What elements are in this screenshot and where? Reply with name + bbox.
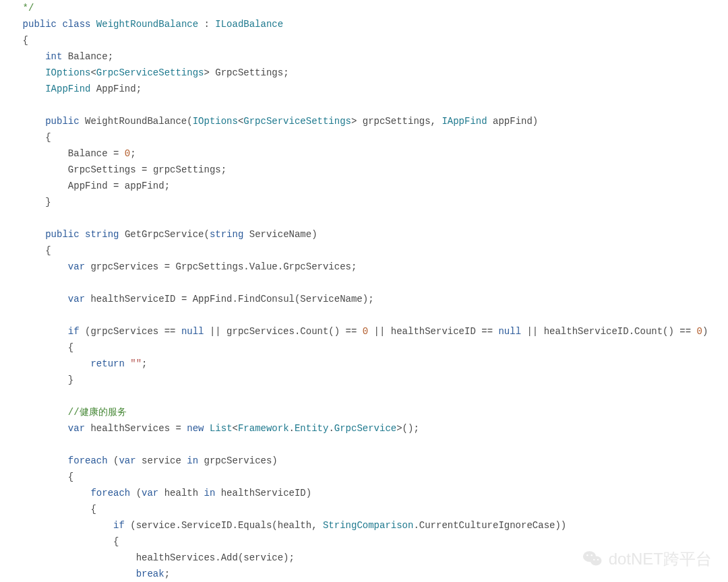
- code-line: int Balance;: [0, 48, 728, 65]
- code-line: [0, 275, 728, 291]
- code-line: [0, 210, 728, 226]
- code-line: public string GetGrpcService(string Serv…: [0, 226, 728, 243]
- code-line: if (grpcServices == null || grpcServices…: [0, 323, 728, 340]
- code-line: if (service.ServiceID.Equals(health, Str…: [0, 517, 728, 534]
- watermark: dotNET跨平台: [582, 548, 712, 570]
- code-line: [0, 97, 728, 113]
- code-line: Balance = 0;: [0, 146, 728, 162]
- code-line: }: [0, 372, 728, 388]
- code-line: [0, 437, 728, 453]
- code-line: */: [0, 0, 728, 16]
- code-line: IAppFind AppFind;: [0, 81, 728, 97]
- code-line: {: [0, 534, 728, 550]
- code-line: AppFind = appFind;: [0, 178, 728, 194]
- code-line: {: [0, 32, 728, 48]
- code-line: var grpcServices = GrpcSettings.Value.Gr…: [0, 259, 728, 275]
- code-line: [0, 307, 728, 323]
- code-line: {: [0, 340, 728, 356]
- svg-point-2: [586, 554, 588, 556]
- svg-point-3: [590, 554, 593, 556]
- svg-point-1: [590, 556, 601, 566]
- code-line: }: [0, 194, 728, 210]
- code-line: {: [0, 469, 728, 485]
- code-line: var healthServiceID = AppFind.FindConsul…: [0, 291, 728, 307]
- code-line: {: [0, 243, 728, 259]
- svg-point-5: [597, 559, 599, 560]
- code-line: {: [0, 129, 728, 146]
- code-line: public class WeightRoundBalance : ILoadB…: [0, 16, 728, 32]
- code-line: GrpcSettings = grpcSettings;: [0, 162, 728, 178]
- wechat-icon: [582, 548, 603, 570]
- code-line: IOptions<GrpcServiceSettings> GrpcSettin…: [0, 65, 728, 81]
- code-line: //健康的服务: [0, 404, 728, 420]
- svg-point-4: [593, 559, 595, 560]
- code-line: public WeightRoundBalance(IOptions<GrpcS…: [0, 113, 728, 129]
- code-line: {: [0, 501, 728, 517]
- code-line: [0, 388, 728, 404]
- code-line: foreach (var service in grpcServices): [0, 453, 728, 469]
- watermark-text: dotNET跨平台: [609, 551, 712, 567]
- code-line: foreach (var health in healthServiceID): [0, 485, 728, 501]
- code-block: */ public class WeightRoundBalance : ILo…: [0, 0, 728, 582]
- code-line: return "";: [0, 356, 728, 372]
- code-line: var healthServices = new List<Framework.…: [0, 420, 728, 437]
